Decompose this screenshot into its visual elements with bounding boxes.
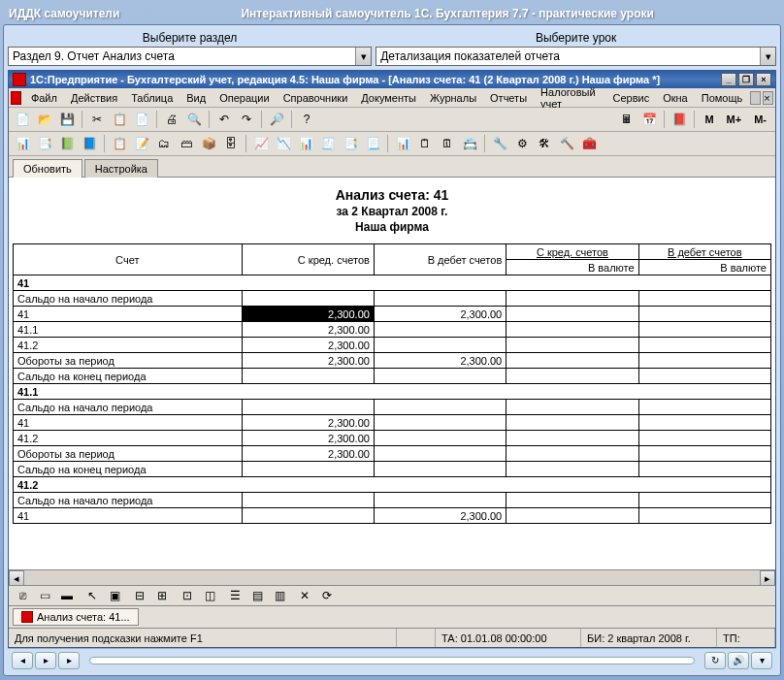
menu-documents[interactable]: Документы (355, 90, 422, 106)
player-prev-icon[interactable]: ◂ (12, 652, 33, 669)
doc-tab-active[interactable]: Анализ счета: 41... (13, 608, 139, 626)
save-icon[interactable]: 💾 (57, 110, 77, 129)
scrollbar-h[interactable]: ◂ ▸ (9, 569, 775, 585)
tb2-icon[interactable]: ⚙ (512, 134, 532, 153)
chevron-down-icon[interactable]: ▾ (760, 48, 775, 65)
player-next-icon[interactable]: ▸ (58, 652, 80, 669)
tb2-icon[interactable]: 🧾 (318, 134, 338, 153)
tb2-icon[interactable]: 🗄 (221, 134, 241, 153)
tb2-icon[interactable]: 📇 (460, 134, 479, 153)
tb2-icon[interactable]: 📗 (57, 134, 77, 153)
tb2-icon[interactable]: 📝 (132, 134, 151, 153)
tb2-icon[interactable]: 📋 (110, 134, 129, 153)
status-tp: ТП: (717, 629, 775, 647)
paste-icon[interactable]: 📄 (132, 110, 151, 129)
player-repeat-icon[interactable]: ↻ (704, 652, 726, 669)
cut-icon[interactable]: ✂ (87, 110, 107, 129)
tb2-icon[interactable]: 🗒 (415, 134, 435, 153)
th-cred: С кред. счетов (242, 244, 374, 275)
bt-icon[interactable]: ▬ (57, 586, 77, 605)
scroll-right-icon[interactable]: ▸ (760, 570, 775, 586)
menu-file[interactable]: Файл (25, 90, 63, 106)
bt-icon[interactable]: ⊟ (130, 586, 149, 605)
bt-icon[interactable]: ✕ (295, 586, 314, 605)
help-icon[interactable]: ? (297, 110, 316, 129)
chevron-down-icon[interactable]: ▾ (355, 48, 371, 65)
doc-tabs: Анализ счета: 41... (9, 606, 775, 628)
m-plus-button[interactable]: M+ (722, 110, 747, 129)
th-debit: В дебет счетов (374, 244, 506, 275)
calc-icon[interactable]: 🖩 (617, 110, 637, 129)
tb2-icon[interactable]: 🗓 (438, 134, 457, 153)
app-menu-icon[interactable] (11, 91, 21, 105)
close-button[interactable]: × (756, 73, 771, 86)
pointer-icon[interactable]: ↖ (82, 586, 102, 605)
scroll-left-icon[interactable]: ◂ (9, 570, 24, 586)
bt-icon[interactable]: ▭ (35, 586, 54, 605)
tb2-icon[interactable]: 📉 (274, 134, 293, 153)
tb2-icon[interactable]: 📈 (251, 134, 271, 153)
player-menu-icon[interactable]: ▾ (751, 652, 772, 669)
tb2-icon[interactable]: 📘 (80, 134, 99, 153)
mdi-close-icon[interactable]: × (763, 91, 773, 105)
menu-journals[interactable]: Журналы (424, 90, 482, 106)
menu-service[interactable]: Сервис (607, 90, 656, 106)
tb2-icon[interactable]: 📊 (13, 134, 32, 153)
m-minus-button[interactable]: M- (749, 110, 771, 129)
preview-icon[interactable]: 🔍 (184, 110, 204, 129)
bt-icon[interactable]: ▥ (270, 586, 289, 605)
tb2-icon[interactable]: 📊 (393, 134, 412, 153)
book-icon[interactable]: 📕 (670, 110, 689, 129)
table-row: 41.12,300.00 (14, 322, 771, 338)
menu-windows[interactable]: Окна (657, 90, 694, 106)
table-row: 41.1 (14, 384, 771, 400)
bt-icon[interactable]: ◫ (200, 586, 219, 605)
bt-icon[interactable]: ⊡ (178, 586, 197, 605)
tab-settings[interactable]: Настройка (84, 159, 158, 178)
tb2-icon[interactable]: 📑 (341, 134, 360, 153)
section-dropdown[interactable]: Раздел 9. Отчет Анализ счета ▾ (8, 47, 372, 66)
tb2-icon[interactable]: 🧰 (579, 134, 599, 153)
bt-icon[interactable]: ⎚ (13, 586, 32, 605)
print-icon[interactable]: 🖨 (162, 110, 181, 129)
redo-icon[interactable]: ↷ (237, 110, 256, 129)
tb2-icon[interactable]: 📦 (199, 134, 218, 153)
menu-operations[interactable]: Операции (213, 90, 275, 106)
mdi-restore-icon[interactable] (750, 91, 761, 105)
menu-reports[interactable]: Отчеты (484, 90, 533, 106)
undo-icon[interactable]: ↶ (214, 110, 234, 129)
tb2-icon[interactable]: 🗃 (177, 134, 196, 153)
player-play-icon[interactable]: ▸ (35, 652, 56, 669)
bt-icon[interactable]: ☰ (225, 586, 245, 605)
bt-icon[interactable]: ▣ (105, 586, 124, 605)
tb2-icon[interactable]: 📃 (363, 134, 382, 153)
menu-table[interactable]: Таблица (125, 90, 179, 106)
menu-actions[interactable]: Действия (65, 90, 123, 106)
tab-refresh[interactable]: Обновить (13, 159, 82, 178)
menu-directories[interactable]: Справочники (278, 90, 354, 106)
player-seek[interactable] (89, 657, 695, 664)
bt-icon[interactable]: ⊞ (152, 586, 172, 605)
open-icon[interactable]: 📂 (35, 110, 54, 129)
th-account: Счет (14, 244, 243, 275)
tb2-icon[interactable]: 📑 (35, 134, 54, 153)
minimize-button[interactable]: _ (721, 73, 736, 86)
player-volume-icon[interactable]: 🔊 (728, 652, 749, 669)
restore-button[interactable]: ❐ (738, 73, 754, 86)
table-row: 412,300.00 (14, 415, 771, 431)
calendar-icon[interactable]: 📅 (639, 110, 659, 129)
bt-icon[interactable]: ⟳ (317, 586, 337, 605)
menu-view[interactable]: Вид (180, 90, 212, 106)
bt-icon[interactable]: ▤ (247, 586, 267, 605)
lesson-dropdown[interactable]: Детализация показателей отчета ▾ (376, 47, 776, 66)
tb2-icon[interactable]: 🔨 (557, 134, 576, 153)
copy-icon[interactable]: 📋 (110, 110, 129, 129)
tb2-icon[interactable]: 🛠 (535, 134, 554, 153)
new-icon[interactable]: 📄 (13, 110, 32, 129)
m-button[interactable]: M (700, 110, 718, 129)
tb2-icon[interactable]: 🔧 (490, 134, 509, 153)
find-icon[interactable]: 🔎 (267, 110, 286, 129)
tb2-icon[interactable]: 📊 (296, 134, 315, 153)
tb2-icon[interactable]: 🗂 (154, 134, 174, 153)
menu-help[interactable]: Помощь (696, 90, 749, 106)
